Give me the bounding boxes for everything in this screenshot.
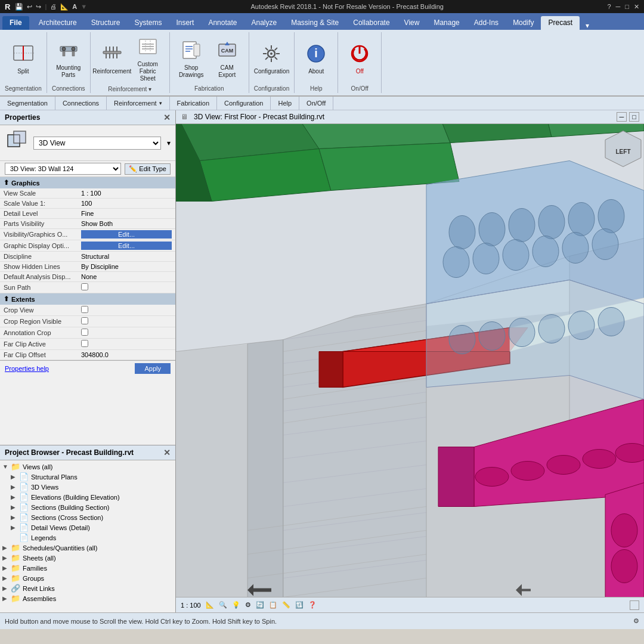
- view-progress-indicator: [630, 600, 639, 610]
- qat-measure[interactable]: 📐: [60, 3, 69, 11]
- configuration-button[interactable]: Configuration: [255, 41, 288, 78]
- tree-structural-plans[interactable]: ▶ 📄 Structural Plans: [0, 472, 175, 482]
- tree-sections-cross[interactable]: ▶ 📄 Sections (Cross Section): [0, 512, 175, 522]
- maximize-btn[interactable]: □: [625, 3, 629, 10]
- properties-help-link[interactable]: Properties help: [5, 365, 49, 372]
- view-bottom-icon-3[interactable]: 💡: [232, 601, 240, 609]
- tab-annotate[interactable]: Annotate: [201, 16, 244, 30]
- view-name-dropdown[interactable]: 3D View: 3D Wall 124: [5, 163, 121, 175]
- view-bottom-icon-4[interactable]: ⚙: [245, 601, 251, 609]
- close-btn[interactable]: ✕: [634, 3, 639, 11]
- mounting-parts-button[interactable]: MountingParts: [52, 37, 85, 81]
- help-icon[interactable]: ?: [607, 3, 611, 10]
- section-graphics[interactable]: ⬆ Graphics: [0, 177, 175, 188]
- tree-elevations[interactable]: ▶ 📄 Elevations (Building Elevation): [0, 492, 175, 502]
- tab-structure[interactable]: Structure: [84, 16, 128, 30]
- tree-sheets[interactable]: ▶ 📁 Sheets (all): [0, 553, 175, 563]
- qat-text[interactable]: A: [72, 3, 77, 10]
- properties-panel: Properties ✕ 3D View ▾: [0, 110, 175, 445]
- visibility-graphics-edit[interactable]: Edit...: [81, 230, 172, 239]
- view-type-dropdown[interactable]: 3D View: [33, 137, 161, 150]
- svg-point-90: [538, 206, 565, 239]
- viewport-bottom-bar: 1 : 100 📐 🔍 💡 ⚙ 🔄 📋 📏 🔃 ❓: [176, 597, 644, 612]
- view-scale-value[interactable]: [81, 190, 172, 197]
- svg-rect-6: [63, 51, 65, 56]
- tab-precast[interactable]: Precast: [541, 16, 580, 30]
- extents-section-label: Extents: [11, 296, 35, 303]
- apply-button[interactable]: Apply: [135, 363, 171, 374]
- view-bottom-icon-6[interactable]: 📋: [269, 601, 277, 609]
- tab-manage[interactable]: Manage: [426, 16, 466, 30]
- qat-undo[interactable]: ↩: [27, 3, 32, 11]
- tab-file[interactable]: File: [2, 16, 29, 30]
- tab-architecture[interactable]: Architecture: [32, 16, 84, 30]
- tab-insert[interactable]: Insert: [169, 16, 201, 30]
- tree-views-all[interactable]: ▼ 📁 Views (all): [0, 462, 175, 472]
- tab-addins[interactable]: Add-Ins: [467, 16, 506, 30]
- section-extents[interactable]: ⬆ Extents: [0, 293, 175, 305]
- app-title: Autodesk Revit 2018.1 - Not For Resale V…: [87, 3, 607, 10]
- svg-point-32: [270, 52, 273, 55]
- custom-fabric-sheet-button[interactable]: CustomFabric Sheet: [131, 33, 165, 85]
- reinforcement-button[interactable]: Reinforcement: [95, 41, 129, 78]
- tree-detail-views[interactable]: ▶ 📄 Detail Views (Detail): [0, 522, 175, 532]
- graphic-display-edit[interactable]: Edit...: [81, 242, 172, 250]
- schedules-label: Schedules/Quantities (all): [23, 544, 97, 552]
- scene[interactable]: LEFT: [176, 124, 644, 597]
- sun-path-checkbox[interactable]: [81, 283, 88, 290]
- extents-collapse-icon: ⬆: [4, 295, 9, 303]
- off-button[interactable]: Off: [343, 41, 376, 78]
- tree-3d-views[interactable]: ▶ 📄 3D Views: [0, 482, 175, 492]
- restore-view-btn[interactable]: □: [629, 112, 639, 122]
- revit-links-expand: ▶: [2, 585, 11, 592]
- qat-print[interactable]: 🖨: [50, 3, 57, 10]
- view-bottom-icon-2[interactable]: 🔍: [219, 601, 227, 609]
- browser-close[interactable]: ✕: [163, 448, 171, 457]
- qat-redo[interactable]: ↪: [36, 3, 41, 11]
- properties-close[interactable]: ✕: [163, 113, 171, 122]
- view-bottom-icon-8[interactable]: 🔃: [295, 601, 304, 609]
- tab-analyze[interactable]: Analyze: [244, 16, 284, 30]
- elevations-icon: 📄: [19, 493, 29, 501]
- svg-line-38: [275, 57, 277, 59]
- tree-groups[interactable]: ▶ 📁 Groups: [0, 573, 175, 583]
- tab-modify[interactable]: Modify: [506, 16, 541, 30]
- minimize-btn[interactable]: ─: [616, 3, 621, 10]
- view-bottom-icon-9[interactable]: ❓: [308, 601, 317, 609]
- tab-massing[interactable]: Massing & Site: [284, 16, 346, 30]
- shop-drawings-button[interactable]: ShopDrawings: [175, 37, 208, 81]
- minimize-view-btn[interactable]: ─: [617, 112, 627, 122]
- elevations-label: Elevations (Building Elevation): [31, 494, 120, 501]
- tree-legends[interactable]: 📄 Legends: [0, 532, 175, 543]
- edit-type-button[interactable]: ✏️ Edit Type: [125, 163, 171, 175]
- reinforcement-dropdown[interactable]: ▾: [148, 86, 151, 92]
- configuration-icon: [261, 43, 282, 67]
- view-bottom-icon-5[interactable]: 🔄: [256, 601, 264, 609]
- sections-building-label: Sections (Building Section): [31, 504, 109, 511]
- view-bottom-icon-1[interactable]: 📐: [206, 601, 214, 609]
- cam-export-button[interactable]: CAM CAM Export: [210, 37, 244, 81]
- split-button[interactable]: Split: [7, 40, 40, 78]
- ribbon-overflow[interactable]: ▾: [582, 21, 593, 30]
- view-bottom-icon-7[interactable]: 📏: [282, 601, 290, 609]
- structural-plans-expand: ▶: [11, 473, 19, 480]
- crop-region-visible-checkbox[interactable]: [81, 317, 88, 324]
- custom-fabric-sheet-label: CustomFabric Sheet: [135, 61, 161, 82]
- tree-revit-links[interactable]: ▶ 🔗 Revit Links: [0, 583, 175, 593]
- tree-families[interactable]: ▶ 📁 Families: [0, 563, 175, 573]
- tree-sections-building[interactable]: ▶ 📄 Sections (Building Section): [0, 502, 175, 512]
- tab-systems[interactable]: Systems: [127, 16, 169, 30]
- qat-save[interactable]: 💾: [15, 3, 23, 11]
- svg-point-98: [592, 229, 618, 260]
- svg-point-4: [62, 47, 66, 51]
- annotation-crop-checkbox[interactable]: [81, 329, 88, 336]
- sections-cross-expand: ▶: [11, 514, 19, 521]
- crop-view-checkbox[interactable]: [81, 306, 88, 313]
- far-clip-active-checkbox[interactable]: [81, 340, 88, 347]
- tree-assemblies[interactable]: ▶ 📁 Assemblies: [0, 593, 175, 603]
- off-label: Off: [356, 68, 364, 75]
- about-button[interactable]: i About: [299, 41, 333, 78]
- tree-schedules[interactable]: ▶ 📁 Schedules/Quantities (all): [0, 543, 175, 553]
- tab-collaborate[interactable]: Collaborate: [346, 16, 397, 30]
- tab-view[interactable]: View: [397, 16, 427, 30]
